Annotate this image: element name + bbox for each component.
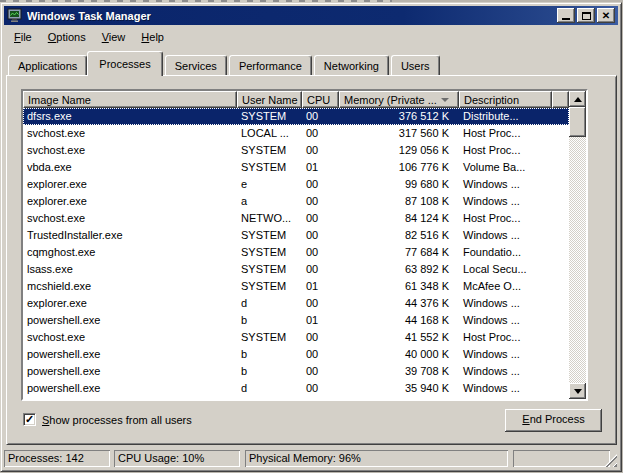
minimize-icon (562, 18, 570, 20)
table-row[interactable]: dfsrs.exeSYSTEM00376 512 KDistribute... (23, 108, 569, 125)
cell-image: explorer.exe (23, 193, 237, 210)
table-row[interactable]: svchost.exeLOCAL ...00317 560 KHost Proc… (23, 125, 569, 142)
cell-image: explorer.exe (23, 176, 237, 193)
table-row[interactable]: svchost.exeNETWO...0084 124 KHost Proc..… (23, 210, 569, 227)
cell-image: svchost.exe (23, 329, 237, 346)
table-row[interactable]: lsass.exeSYSTEM0063 892 KLocal Secu... (23, 261, 569, 278)
cell-memory: 84 124 K (339, 210, 459, 227)
table-row[interactable]: svchost.exeSYSTEM00129 056 KHost Proc... (23, 142, 569, 159)
status-empty-panel (513, 450, 610, 467)
table-row[interactable]: explorer.exee0099 680 KWindows ... (23, 176, 569, 193)
column-header-label: User Name (242, 94, 298, 106)
cell-description: Windows ... (459, 176, 552, 193)
tab-users[interactable]: Users (391, 55, 440, 76)
cell-cpu: 00 (302, 363, 339, 380)
cell-cpu: 00 (302, 108, 339, 125)
tab-processes[interactable]: Processes (87, 51, 162, 76)
cell-user: SYSTEM (237, 261, 302, 278)
cell-image: svchost.exe (23, 142, 237, 159)
cell-user: b (237, 312, 302, 329)
menu-item-help[interactable]: Help (133, 29, 172, 46)
column-header-image-name[interactable]: Image Name (23, 91, 237, 108)
cell-cpu: 00 (302, 125, 339, 142)
table-row[interactable]: powershell.exeb0040 000 KWindows ... (23, 346, 569, 363)
table-row[interactable]: cqmghost.exeSYSTEM0077 684 KFoundatio... (23, 244, 569, 261)
column-header-user-name[interactable]: User Name (237, 91, 302, 108)
column-header-stub (552, 91, 569, 108)
close-button[interactable]: ✕ (597, 8, 615, 23)
cell-image: lsass.exe (23, 261, 237, 278)
cell-image: powershell.exe (23, 380, 237, 397)
menu-item-view[interactable]: View (94, 29, 134, 46)
table-row[interactable]: explorer.exed0044 376 KWindows ... (23, 295, 569, 312)
scroll-down-button[interactable] (569, 383, 586, 399)
cell-image: powershell.exe (23, 312, 237, 329)
title-bar[interactable]: Windows Task Manager ✕ (4, 6, 618, 25)
scrollbar-track[interactable] (569, 107, 586, 383)
cell-user: NETWO... (237, 210, 302, 227)
cell-description: Local Secu... (459, 261, 552, 278)
cell-memory: 317 560 K (339, 125, 459, 142)
minimize-button[interactable] (557, 8, 575, 23)
vertical-scrollbar[interactable] (569, 91, 586, 399)
cell-memory: 39 708 K (339, 363, 459, 380)
tab-networking[interactable]: Networking (314, 55, 389, 76)
cell-description: Windows ... (459, 380, 552, 397)
column-header-label: Description (464, 94, 519, 106)
cell-memory: 376 512 K (339, 108, 459, 125)
cell-cpu: 00 (302, 329, 339, 346)
menu-item-options[interactable]: Options (40, 29, 94, 46)
app-icon (7, 8, 23, 23)
tab-performance[interactable]: Performance (229, 55, 312, 76)
cell-description: Windows ... (459, 193, 552, 210)
cell-image: dfsrs.exe (23, 108, 237, 125)
column-header-memory-private[interactable]: Memory (Private ... (339, 91, 459, 108)
cell-memory: 61 348 K (339, 278, 459, 295)
cell-image: powershell.exe (23, 363, 237, 380)
process-list: Image NameUser NameCPUMemory (Private ..… (21, 89, 588, 401)
cell-memory: 82 516 K (339, 227, 459, 244)
table-row[interactable]: TrustedInstaller.exeSYSTEM0082 516 KWind… (23, 227, 569, 244)
cell-memory: 44 168 K (339, 312, 459, 329)
status-bar: Processes: 142 CPU Usage: 10% Physical M… (4, 446, 618, 468)
cell-description: McAfee O... (459, 278, 552, 295)
cell-user: SYSTEM (237, 244, 302, 261)
column-header-cpu[interactable]: CPU (302, 91, 339, 108)
cell-description: Foundatio... (459, 244, 552, 261)
scrollbar-thumb[interactable] (569, 107, 586, 137)
scroll-up-button[interactable] (569, 91, 586, 107)
table-row[interactable]: powershell.exed0035 940 KWindows ... (23, 380, 569, 397)
cell-user: SYSTEM (237, 227, 302, 244)
cell-cpu: 01 (302, 312, 339, 329)
cell-user: LOCAL ... (237, 125, 302, 142)
table-row[interactable]: powershell.exeb0144 168 KWindows ... (23, 312, 569, 329)
table-row[interactable]: mcshield.exeSYSTEM0161 348 KMcAfee O... (23, 278, 569, 295)
table-row[interactable]: svchost.exeSYSTEM0041 552 KHost Proc... (23, 329, 569, 346)
cell-memory: 87 108 K (339, 193, 459, 210)
cell-user: e (237, 176, 302, 193)
table-row[interactable]: powershell.exeb0039 708 KWindows ... (23, 363, 569, 380)
cell-image: explorer.exe (23, 295, 237, 312)
window-title: Windows Task Manager (27, 10, 555, 22)
cell-cpu: 00 (302, 261, 339, 278)
show-all-users-checkbox[interactable]: ✓ (23, 413, 36, 426)
tab-strip: ApplicationsProcessesServicesPerformance… (8, 50, 614, 76)
cell-cpu: 00 (302, 193, 339, 210)
table-row[interactable]: vbda.exeSYSTEM01106 776 KVolume Ba... (23, 159, 569, 176)
menu-bar: FileOptionsViewHelp (6, 28, 616, 47)
show-all-users-label[interactable]: Show processes from all users (42, 414, 192, 426)
tab-applications[interactable]: Applications (8, 55, 87, 76)
column-header-description[interactable]: Description (459, 91, 552, 108)
cell-user: SYSTEM (237, 329, 302, 346)
scroll-down-icon (574, 389, 582, 394)
table-row[interactable]: explorer.exea0087 108 KWindows ... (23, 193, 569, 210)
menu-item-file[interactable]: File (6, 29, 40, 46)
cell-user: b (237, 346, 302, 363)
end-process-button[interactable]: End Process (505, 409, 602, 432)
tab-services[interactable]: Services (165, 55, 227, 76)
cell-cpu: 00 (302, 227, 339, 244)
cell-cpu: 00 (302, 380, 339, 397)
cell-cpu: 00 (302, 295, 339, 312)
maximize-button[interactable] (577, 8, 595, 23)
cell-description: Host Proc... (459, 329, 552, 346)
